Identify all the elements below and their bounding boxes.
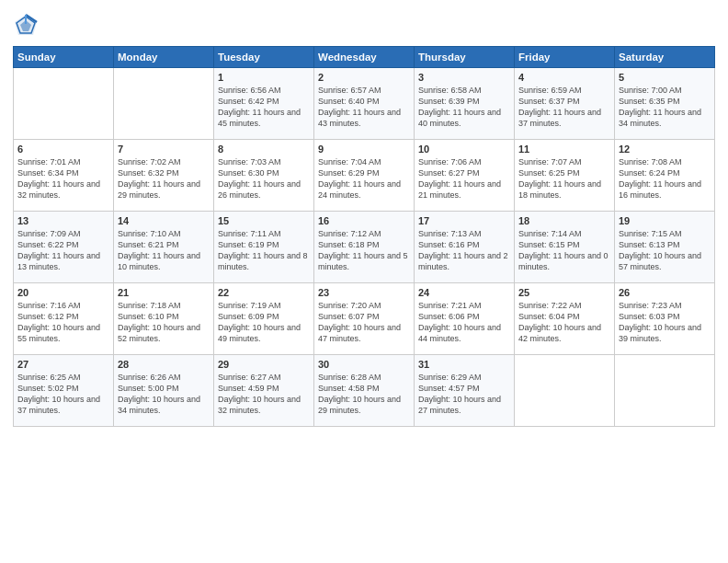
day-content: Sunrise: 7:22 AMSunset: 6:04 PMDaylight:…	[518, 300, 610, 345]
day-cell: 15Sunrise: 7:11 AMSunset: 6:19 PMDayligh…	[214, 212, 314, 283]
day-content: Sunrise: 6:27 AMSunset: 4:59 PMDaylight:…	[218, 372, 310, 417]
day-number: 5	[619, 72, 711, 83]
day-number: 26	[619, 287, 711, 298]
col-header-monday: Monday	[114, 47, 214, 68]
week-row-2: 6Sunrise: 7:01 AMSunset: 6:34 PMDaylight…	[14, 140, 715, 212]
day-content: Sunrise: 7:18 AMSunset: 6:10 PMDaylight:…	[118, 300, 210, 345]
day-cell: 17Sunrise: 7:13 AMSunset: 6:16 PMDayligh…	[415, 212, 515, 283]
week-row-4: 20Sunrise: 7:16 AMSunset: 6:12 PMDayligh…	[14, 283, 715, 355]
col-header-wednesday: Wednesday	[314, 47, 415, 68]
day-number: 16	[318, 215, 410, 226]
day-content: Sunrise: 6:56 AMSunset: 6:42 PMDaylight:…	[218, 85, 310, 130]
day-content: Sunrise: 7:01 AMSunset: 6:34 PMDaylight:…	[17, 156, 109, 201]
day-number: 23	[318, 287, 410, 298]
day-number: 24	[418, 287, 510, 298]
day-cell	[114, 68, 214, 140]
day-cell: 8Sunrise: 7:03 AMSunset: 6:30 PMDaylight…	[214, 140, 314, 212]
day-content: Sunrise: 7:02 AMSunset: 6:32 PMDaylight:…	[118, 156, 210, 201]
day-content: Sunrise: 7:23 AMSunset: 6:03 PMDaylight:…	[619, 300, 711, 345]
day-number: 7	[118, 144, 210, 155]
day-cell: 22Sunrise: 7:19 AMSunset: 6:09 PMDayligh…	[214, 283, 314, 355]
day-content: Sunrise: 6:59 AMSunset: 6:37 PMDaylight:…	[518, 85, 610, 130]
logo	[13, 13, 42, 39]
day-number: 4	[518, 72, 610, 83]
day-cell: 18Sunrise: 7:14 AMSunset: 6:15 PMDayligh…	[515, 212, 615, 283]
col-header-friday: Friday	[515, 47, 615, 68]
day-number: 20	[17, 287, 109, 298]
day-cell: 25Sunrise: 7:22 AMSunset: 6:04 PMDayligh…	[515, 283, 615, 355]
day-number: 13	[17, 215, 109, 226]
day-cell: 21Sunrise: 7:18 AMSunset: 6:10 PMDayligh…	[114, 283, 214, 355]
logo-icon	[13, 13, 39, 39]
day-content: Sunrise: 6:28 AMSunset: 4:58 PMDaylight:…	[318, 372, 410, 417]
day-content: Sunrise: 7:03 AMSunset: 6:30 PMDaylight:…	[218, 156, 310, 201]
day-content: Sunrise: 7:12 AMSunset: 6:18 PMDaylight:…	[318, 228, 410, 273]
day-number: 14	[118, 215, 210, 226]
day-cell: 9Sunrise: 7:04 AMSunset: 6:29 PMDaylight…	[314, 140, 415, 212]
col-header-saturday: Saturday	[615, 47, 715, 68]
day-cell	[615, 355, 715, 427]
day-cell: 28Sunrise: 6:26 AMSunset: 5:00 PMDayligh…	[114, 355, 214, 427]
day-number: 3	[418, 72, 510, 83]
day-number: 28	[118, 359, 210, 370]
day-cell: 16Sunrise: 7:12 AMSunset: 6:18 PMDayligh…	[314, 212, 415, 283]
day-number: 15	[218, 215, 310, 226]
day-cell: 10Sunrise: 7:06 AMSunset: 6:27 PMDayligh…	[415, 140, 515, 212]
day-cell: 31Sunrise: 6:29 AMSunset: 4:57 PMDayligh…	[415, 355, 515, 427]
day-number: 6	[17, 144, 109, 155]
day-content: Sunrise: 7:15 AMSunset: 6:13 PMDaylight:…	[619, 228, 711, 273]
day-number: 29	[218, 359, 310, 370]
day-number: 2	[318, 72, 410, 83]
day-number: 17	[418, 215, 510, 226]
day-cell: 26Sunrise: 7:23 AMSunset: 6:03 PMDayligh…	[615, 283, 715, 355]
day-cell: 20Sunrise: 7:16 AMSunset: 6:12 PMDayligh…	[14, 283, 114, 355]
day-content: Sunrise: 7:13 AMSunset: 6:16 PMDaylight:…	[418, 228, 510, 273]
day-cell	[14, 68, 114, 140]
col-header-tuesday: Tuesday	[214, 47, 314, 68]
day-cell: 23Sunrise: 7:20 AMSunset: 6:07 PMDayligh…	[314, 283, 415, 355]
header-row: SundayMondayTuesdayWednesdayThursdayFrid…	[14, 47, 715, 68]
day-number: 10	[418, 144, 510, 155]
day-cell	[515, 355, 615, 427]
day-cell: 19Sunrise: 7:15 AMSunset: 6:13 PMDayligh…	[615, 212, 715, 283]
day-content: Sunrise: 7:21 AMSunset: 6:06 PMDaylight:…	[418, 300, 510, 345]
day-number: 27	[17, 359, 109, 370]
day-content: Sunrise: 6:26 AMSunset: 5:00 PMDaylight:…	[118, 372, 210, 417]
day-number: 21	[118, 287, 210, 298]
week-row-5: 27Sunrise: 6:25 AMSunset: 5:02 PMDayligh…	[14, 355, 715, 427]
day-content: Sunrise: 6:57 AMSunset: 6:40 PMDaylight:…	[318, 85, 410, 130]
day-number: 12	[619, 144, 711, 155]
day-content: Sunrise: 7:10 AMSunset: 6:21 PMDaylight:…	[118, 228, 210, 273]
week-row-3: 13Sunrise: 7:09 AMSunset: 6:22 PMDayligh…	[14, 212, 715, 283]
day-cell: 11Sunrise: 7:07 AMSunset: 6:25 PMDayligh…	[515, 140, 615, 212]
col-header-thursday: Thursday	[415, 47, 515, 68]
header	[13, 9, 715, 39]
calendar-table: SundayMondayTuesdayWednesdayThursdayFrid…	[13, 46, 715, 427]
day-number: 9	[318, 144, 410, 155]
day-content: Sunrise: 7:00 AMSunset: 6:35 PMDaylight:…	[619, 85, 711, 130]
day-cell: 24Sunrise: 7:21 AMSunset: 6:06 PMDayligh…	[415, 283, 515, 355]
day-number: 22	[218, 287, 310, 298]
day-content: Sunrise: 6:25 AMSunset: 5:02 PMDaylight:…	[17, 372, 109, 417]
day-number: 1	[218, 72, 310, 83]
day-content: Sunrise: 7:09 AMSunset: 6:22 PMDaylight:…	[17, 228, 109, 273]
day-content: Sunrise: 7:14 AMSunset: 6:15 PMDaylight:…	[518, 228, 610, 273]
calendar-page: SundayMondayTuesdayWednesdayThursdayFrid…	[0, 0, 728, 563]
day-cell: 1Sunrise: 6:56 AMSunset: 6:42 PMDaylight…	[214, 68, 314, 140]
day-number: 31	[418, 359, 510, 370]
col-header-sunday: Sunday	[14, 47, 114, 68]
day-content: Sunrise: 7:06 AMSunset: 6:27 PMDaylight:…	[418, 156, 510, 201]
day-number: 8	[218, 144, 310, 155]
day-content: Sunrise: 6:29 AMSunset: 4:57 PMDaylight:…	[418, 372, 510, 417]
day-number: 11	[518, 144, 610, 155]
day-cell: 2Sunrise: 6:57 AMSunset: 6:40 PMDaylight…	[314, 68, 415, 140]
day-cell: 7Sunrise: 7:02 AMSunset: 6:32 PMDaylight…	[114, 140, 214, 212]
day-content: Sunrise: 7:16 AMSunset: 6:12 PMDaylight:…	[17, 300, 109, 345]
day-content: Sunrise: 7:04 AMSunset: 6:29 PMDaylight:…	[318, 156, 410, 201]
day-number: 18	[518, 215, 610, 226]
day-cell: 13Sunrise: 7:09 AMSunset: 6:22 PMDayligh…	[14, 212, 114, 283]
day-cell: 27Sunrise: 6:25 AMSunset: 5:02 PMDayligh…	[14, 355, 114, 427]
day-cell: 6Sunrise: 7:01 AMSunset: 6:34 PMDaylight…	[14, 140, 114, 212]
day-cell: 30Sunrise: 6:28 AMSunset: 4:58 PMDayligh…	[314, 355, 415, 427]
day-cell: 14Sunrise: 7:10 AMSunset: 6:21 PMDayligh…	[114, 212, 214, 283]
